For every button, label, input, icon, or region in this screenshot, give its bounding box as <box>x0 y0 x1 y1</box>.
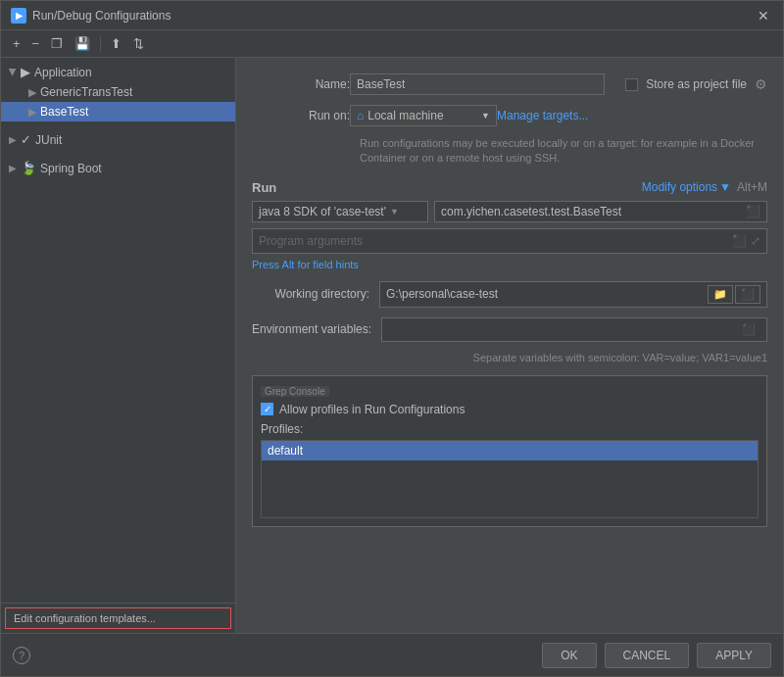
dialog-icon: ▶ <box>11 8 26 24</box>
profile-item-default[interactable]: default <box>262 441 758 460</box>
env-vars-input[interactable]: ⬛ <box>381 317 767 342</box>
run-on-row: Run on: ⌂ Local machine ▼ Manage targets… <box>252 105 767 126</box>
run-on-value: Local machine <box>368 109 443 122</box>
sidebar-group-junit[interactable]: ▶ ✓ JUnit <box>1 129 235 150</box>
grep-console-box: Grep Console ✓ Allow profiles in Run Con… <box>252 375 767 527</box>
modify-options-label: Modify options <box>642 180 717 194</box>
ok-button[interactable]: OK <box>542 643 596 668</box>
junit-group-icon: ✓ <box>21 132 31 147</box>
modify-options-button[interactable]: Modify options ▼ Alt+M <box>642 180 767 194</box>
sidebar-section-springboot: ▶ 🍃 Spring Boot <box>1 154 235 182</box>
help-button[interactable]: ? <box>13 647 30 664</box>
program-args-container: Program arguments ⬛ ⤢ <box>252 228 767 254</box>
sidebar-bottom: Edit configuration templates... <box>1 603 235 633</box>
allow-profiles-row: ✓ Allow profiles in Run Configurations <box>261 403 759 416</box>
program-args-input[interactable]: Program arguments ⬛ ⤢ <box>252 228 767 254</box>
dialog-title: Run/Debug Configurations <box>32 9 171 23</box>
edit-templates-button[interactable]: Edit configuration templates... <box>5 607 231 629</box>
title-bar-left: ▶ Run/Debug Configurations <box>11 8 171 24</box>
working-dir-input[interactable]: G:\personal\case-test 📁 ⬛ <box>379 281 767 308</box>
allow-profiles-label: Allow profiles in Run Configurations <box>279 403 465 416</box>
sep-hint: Separate variables with semicolon: VAR=v… <box>252 352 767 363</box>
move-up-button[interactable]: ⬆ <box>107 34 125 53</box>
name-input[interactable] <box>350 73 605 95</box>
prog-args-expand-icon: ⬛ <box>732 234 747 248</box>
bottom-bar: ? OK CANCEL APPLY <box>1 633 783 676</box>
modify-options-arrow: ▼ <box>719 180 731 194</box>
main-class-icon: ⬛ <box>746 205 760 218</box>
working-dir-expand-button[interactable]: ⬛ <box>735 285 760 304</box>
springboot-group-icon: 🍃 <box>21 161 36 175</box>
application-group-icon: ▶ <box>21 65 30 79</box>
springboot-group-label: Spring Boot <box>40 162 102 175</box>
sidebar-section-junit: ▶ ✓ JUnit <box>1 125 235 154</box>
sidebar-group-application[interactable]: ▶ ▶ Application <box>1 62 235 82</box>
field-hints-label: Press Alt for field hints <box>252 259 359 270</box>
allow-profiles-checkbox[interactable]: ✓ <box>261 403 273 415</box>
env-vars-expand-button[interactable]: ⬛ <box>737 321 760 338</box>
remove-config-button[interactable]: − <box>28 34 44 53</box>
sidebar: ▶ ▶ Application ▶ GenericTransTest ▶ Bas… <box>1 58 236 633</box>
name-row-right: Store as project file ⚙ <box>625 76 767 92</box>
cancel-button[interactable]: CANCEL <box>605 643 690 668</box>
field-hints-row: Press Alt for field hints <box>252 258 767 271</box>
home-icon: ⌂ <box>357 109 364 122</box>
env-vars-row: Environment variables: ⬛ <box>252 317 767 342</box>
title-bar: ▶ Run/Debug Configurations ✕ <box>1 1 783 30</box>
content-area: Name: Store as project file ⚙ Run on: ⌂ … <box>236 58 783 633</box>
add-config-button[interactable]: + <box>9 34 24 53</box>
close-button[interactable]: ✕ <box>754 6 773 25</box>
profiles-label: Profiles: <box>261 422 759 436</box>
run-section: Run Modify options ▼ Alt+M java 8 SDK of… <box>252 180 767 271</box>
run-section-label: Run <box>252 180 276 195</box>
info-text: Run configurations may be executed local… <box>360 136 767 167</box>
prog-args-fullscreen-icon: ⤢ <box>751 234 760 248</box>
grep-console-title: Grep Console <box>261 386 329 397</box>
sort-button[interactable]: ⇅ <box>129 34 148 53</box>
sidebar-item-generictranstest[interactable]: ▶ GenericTransTest <box>1 82 235 102</box>
config-icon-basetest: ▶ <box>28 106 36 119</box>
sidebar-section-application: ▶ ▶ Application ▶ GenericTransTest ▶ Bas… <box>1 58 235 125</box>
main-area: ▶ ▶ Application ▶ GenericTransTest ▶ Bas… <box>1 58 783 633</box>
bottom-buttons: OK CANCEL APPLY <box>542 643 771 668</box>
sdk-label: java 8 SDK of 'case-test' <box>259 205 386 218</box>
expand-arrow-junit: ▶ <box>9 134 17 145</box>
run-header: Run Modify options ▼ Alt+M <box>252 180 767 195</box>
sidebar-group-springboot[interactable]: ▶ 🍃 Spring Boot <box>1 158 235 178</box>
toolbar: + − ❐ 💾 ⬆ ⇅ <box>1 30 783 58</box>
toolbar-separator <box>100 36 101 52</box>
program-args-placeholder: Program arguments <box>259 234 363 248</box>
working-dir-label: Working directory: <box>252 287 369 301</box>
dropdown-arrow-run-on: ▼ <box>481 111 490 121</box>
name-label: Name: <box>252 77 350 91</box>
env-vars-label: Environment variables: <box>252 322 371 336</box>
run-on-dropdown[interactable]: ⌂ Local machine ▼ <box>350 105 497 126</box>
run-on-label: Run on: <box>252 109 350 122</box>
sdk-dropdown[interactable]: java 8 SDK of 'case-test' ▼ <box>252 201 428 222</box>
sidebar-item-label-generictranstest: GenericTransTest <box>40 85 132 99</box>
run-debug-configurations-dialog: ▶ Run/Debug Configurations ✕ + − ❐ 💾 ⬆ ⇅… <box>0 0 784 677</box>
application-group-label: Application <box>34 66 92 79</box>
main-class-value: com.yichen.casetest.test.BaseTest <box>441 205 621 218</box>
sdk-dropdown-arrow: ▼ <box>390 207 399 217</box>
modify-options-shortcut: Alt+M <box>737 180 767 194</box>
sdk-main-class-row: java 8 SDK of 'case-test' ▼ com.yichen.c… <box>252 201 767 222</box>
apply-button[interactable]: APPLY <box>697 643 771 668</box>
gear-icon[interactable]: ⚙ <box>755 76 767 92</box>
store-project-checkbox[interactable] <box>625 78 638 91</box>
profiles-list: default <box>261 440 759 518</box>
working-dir-row: Working directory: G:\personal\case-test… <box>252 281 767 308</box>
manage-targets-link[interactable]: Manage targets... <box>497 109 588 122</box>
save-config-button[interactable]: 💾 <box>71 34 94 53</box>
working-dir-value: G:\personal\case-test <box>386 287 498 301</box>
expand-arrow-application: ▶ <box>8 69 19 76</box>
sidebar-item-basetest[interactable]: ▶ BaseTest <box>1 102 235 121</box>
main-class-input[interactable]: com.yichen.casetest.test.BaseTest ⬛ <box>434 201 767 222</box>
working-dir-folder-button[interactable]: 📁 <box>708 285 733 304</box>
copy-config-button[interactable]: ❐ <box>47 34 67 53</box>
name-row: Name: Store as project file ⚙ <box>252 73 767 95</box>
junit-group-label: JUnit <box>35 133 62 147</box>
store-project-label: Store as project file <box>646 77 747 91</box>
sidebar-item-label-basetest: BaseTest <box>40 105 88 119</box>
expand-arrow-springboot: ▶ <box>9 163 17 173</box>
